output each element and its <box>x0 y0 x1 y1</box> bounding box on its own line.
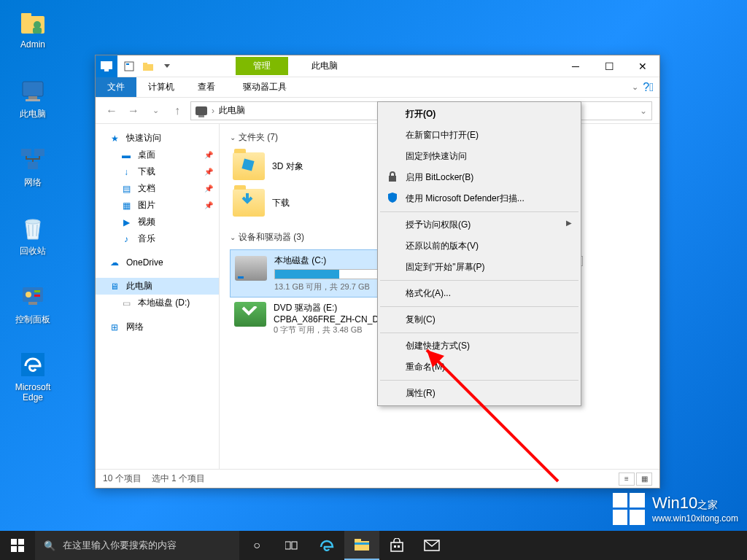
nav-up-button[interactable]: ↑ <box>169 102 186 120</box>
menu-rename[interactable]: 重命名(M) <box>379 357 579 378</box>
context-menu: 打开(O) 在新窗口中打开(E) 固定到快速访问 启用 BitLocker(B)… <box>377 101 581 406</box>
maximize-button[interactable]: ☐ <box>592 55 626 77</box>
pictures-icon: ▦ <box>120 200 132 211</box>
menu-format[interactable]: 格式化(A)... <box>379 283 579 304</box>
desktop-icon-this-pc[interactable]: 此电脑 <box>7 76 58 120</box>
breadcrumb-sep: › <box>212 106 214 116</box>
folder-downloads[interactable]: 下载 <box>230 186 368 219</box>
sidebar-videos[interactable]: ▶视频 <box>96 214 219 230</box>
svg-rect-36 <box>355 541 369 551</box>
nav-history-dropdown[interactable]: ⌄ <box>147 102 164 120</box>
svg-rect-27 <box>389 176 396 182</box>
menu-properties[interactable]: 属性(R) <box>379 383 579 404</box>
pin-icon: 📌 <box>204 201 213 209</box>
svg-rect-13 <box>34 290 40 292</box>
taskbar-explorer[interactable] <box>344 531 379 560</box>
nav-back-button[interactable]: ← <box>103 102 120 120</box>
svg-rect-21 <box>143 64 153 71</box>
menu-open[interactable]: 打开(O) <box>379 104 579 125</box>
svg-rect-5 <box>28 96 37 99</box>
svg-rect-9 <box>28 162 38 169</box>
svg-rect-1 <box>21 13 31 18</box>
svg-rect-22 <box>143 63 147 65</box>
sidebar-pictures[interactable]: ▦图片📌 <box>96 197 219 214</box>
drive-c-usage-bar <box>274 269 391 279</box>
desktop-icon-control-panel[interactable]: 控制面板 <box>7 281 58 326</box>
menu-open-new-window[interactable]: 在新窗口中打开(E) <box>379 125 579 146</box>
tab-computer[interactable]: 计算机 <box>136 77 186 97</box>
tab-drive-tools[interactable]: 驱动器工具 <box>231 77 298 97</box>
documents-icon: ▤ <box>120 183 132 195</box>
item-count: 10 个项目 <box>103 472 142 485</box>
pin-icon: 📌 <box>204 151 213 159</box>
svg-rect-34 <box>285 542 290 549</box>
desktop-icon-recycle[interactable]: 回收站 <box>7 213 58 257</box>
sidebar-network[interactable]: ⊞网络 <box>96 319 219 335</box>
svg-rect-6 <box>26 99 40 101</box>
view-icons-button[interactable]: ▦ <box>636 472 652 486</box>
menu-create-shortcut[interactable]: 创建快捷方式(S) <box>379 335 579 357</box>
menu-defender-scan[interactable]: 使用 Microsoft Defender扫描... <box>379 188 579 209</box>
user-folder-icon <box>18 7 47 36</box>
cortana-button[interactable]: ○ <box>239 531 274 560</box>
sidebar-local-d[interactable]: ▭本地磁盘 (D:) <box>96 295 219 311</box>
edge-icon <box>18 350 47 379</box>
minimize-button[interactable]: ─ <box>559 55 592 77</box>
tab-file[interactable]: 文件 <box>96 77 136 97</box>
window-title: 此电脑 <box>311 60 338 72</box>
sidebar-music[interactable]: ♪音乐 <box>96 230 219 247</box>
sidebar-onedrive[interactable]: ☁OneDrive <box>96 254 219 271</box>
address-dropdown-icon[interactable]: ⌄ <box>640 106 647 116</box>
manage-tools-tab[interactable]: 管理 <box>236 57 288 75</box>
selected-count: 选中 1 个项目 <box>152 472 205 485</box>
start-button[interactable] <box>0 531 35 560</box>
qat-new-folder-icon[interactable] <box>139 58 157 75</box>
pc-icon: 🖥 <box>109 281 120 292</box>
menu-restore-versions[interactable]: 还原以前的版本(V) <box>379 236 579 257</box>
desktop-icon-edge[interactable]: Microsoft Edge <box>7 350 58 402</box>
svg-rect-35 <box>292 542 297 549</box>
taskbar: 🔍 在这里输入你要搜索的内容 ○ <box>0 531 747 560</box>
svg-rect-8 <box>34 149 44 156</box>
recycle-bin-icon <box>18 213 47 242</box>
svg-rect-14 <box>34 295 40 297</box>
taskbar-store[interactable] <box>379 531 414 560</box>
menu-bitlocker[interactable]: 启用 BitLocker(B) <box>379 167 579 188</box>
svg-rect-38 <box>355 542 369 545</box>
taskbar-search[interactable]: 🔍 在这里输入你要搜索的内容 <box>35 531 239 560</box>
network-icon: ⊞ <box>109 322 120 333</box>
svg-rect-17 <box>101 61 112 69</box>
menu-copy[interactable]: 复制(C) <box>379 309 579 330</box>
help-icon[interactable]: ?⃝ <box>643 81 654 94</box>
svg-rect-7 <box>21 149 31 156</box>
menu-pin-quick-access[interactable]: 固定到快速访问 <box>379 146 579 167</box>
taskbar-mail[interactable] <box>414 531 449 560</box>
qat-dropdown-icon[interactable] <box>158 58 176 75</box>
desktop-icon-admin[interactable]: Admin <box>7 7 58 50</box>
taskbar-edge[interactable] <box>309 531 344 560</box>
svg-rect-33 <box>18 546 24 552</box>
task-view-button[interactable] <box>274 531 309 560</box>
svg-rect-32 <box>11 546 17 552</box>
sidebar-documents[interactable]: ▤文档📌 <box>96 180 219 197</box>
svg-rect-40 <box>394 545 396 548</box>
menu-grant-access[interactable]: 授予访问权限(G)▶ <box>379 214 579 236</box>
sidebar-this-pc[interactable]: 🖥此电脑 <box>96 278 219 295</box>
desktop-icon-network[interactable]: 网络 <box>7 144 58 189</box>
close-button[interactable]: ✕ <box>626 55 659 77</box>
view-details-button[interactable]: ≡ <box>619 472 635 486</box>
breadcrumb-this-pc[interactable]: 此电脑 <box>219 104 245 117</box>
tab-view[interactable]: 查看 <box>186 77 227 97</box>
svg-rect-4 <box>23 82 43 96</box>
ribbon-collapse-icon[interactable]: ⌄ <box>632 82 638 92</box>
sidebar-downloads[interactable]: ↓下载📌 <box>96 163 219 180</box>
pc-icon <box>18 76 47 105</box>
qat-properties-icon[interactable] <box>120 58 138 75</box>
menu-pin-start[interactable]: 固定到"开始"屏幕(P) <box>379 257 579 278</box>
svg-rect-19 <box>125 62 133 71</box>
drive-icon <box>235 256 267 281</box>
folder-3d-objects[interactable]: 3D 对象 <box>230 149 368 183</box>
sidebar-desktop[interactable]: ▬桌面📌 <box>96 147 219 163</box>
nav-forward-button[interactable]: → <box>125 102 142 120</box>
sidebar-quick-access[interactable]: ★快速访问 <box>96 130 219 147</box>
